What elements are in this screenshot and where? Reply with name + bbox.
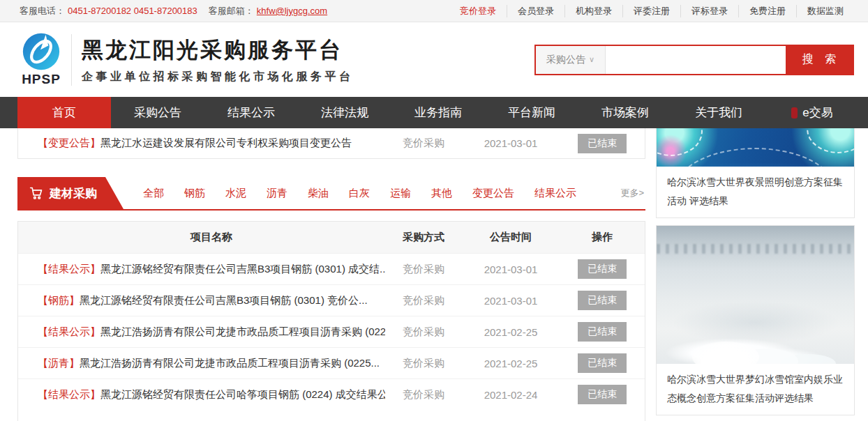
row-title-text: 黑龙江水运建设发展有限公司专利权采购项目变更公告: [100, 137, 352, 148]
row-date: 2021-03-01: [462, 137, 560, 149]
section-tab-other[interactable]: 其他: [431, 187, 452, 200]
row-tag: 【变更公告】: [38, 137, 100, 148]
row-tag: 【结果公示】: [38, 388, 100, 400]
row-tag: 【结果公示】: [38, 263, 100, 275]
content-area: 【变更公告】黑龙江水运建设发展有限公司专利权采购项目变更公告 竞价采购 2021…: [0, 128, 868, 421]
org-login-link[interactable]: 机构登录: [564, 5, 622, 17]
section-tab-all[interactable]: 全部: [143, 187, 164, 200]
light-arc-decoration: [675, 148, 835, 167]
section-tab-diesel[interactable]: 柴油: [308, 187, 329, 200]
eval-login-link[interactable]: 评标登录: [680, 5, 738, 17]
nav-label: 关于我们: [695, 105, 742, 121]
light-arc-decoration: [807, 128, 854, 153]
category-tab-building-materials[interactable]: 建材采购: [17, 177, 124, 209]
news-caption[interactable]: 哈尔滨冰雪大世界梦幻冰雪馆室内娱乐业态概念创意方案征集活动评选结果: [657, 364, 854, 415]
status-badge[interactable]: 已结束: [578, 291, 627, 310]
nav-item-laws[interactable]: 法律法规: [298, 97, 391, 128]
section-tab-rebar[interactable]: 钢筋: [184, 187, 205, 200]
nav-label: 业务指南: [414, 105, 462, 121]
row-method: 竞价采购: [385, 388, 462, 401]
news-card[interactable]: 哈尔滨冰雪大世界梦幻冰雪馆室内娱乐业态概念创意方案征集活动评选结果: [656, 225, 855, 415]
row-title[interactable]: 【结果公示】黑龙江源铭经贸有限责任公司吉黑B3项目钢筋 (0301) 成交结..…: [38, 263, 385, 276]
nav-label: 市场案例: [601, 105, 649, 121]
row-title[interactable]: 【结果公示】黑龙江源铭经贸有限责任公司哈筝项目钢筋 (0224) 成交结果公..…: [38, 388, 385, 401]
row-method: 竞价采购: [385, 137, 462, 150]
nav-label: 平台新闻: [508, 105, 555, 121]
phone-numbers: 0451-87200182 0451-87200183: [68, 6, 197, 16]
section-tab-transport[interactable]: 运输: [390, 187, 411, 200]
status-badge[interactable]: 已结束: [578, 259, 627, 279]
search-input[interactable]: [606, 46, 786, 74]
section-tab-results[interactable]: 结果公示: [534, 187, 576, 200]
status-badge[interactable]: 已结束: [578, 134, 627, 153]
col-header-op: 操作: [560, 231, 645, 244]
row-tag: 【结果公示】: [38, 326, 100, 337]
data-monitor-link[interactable]: 数据监测: [796, 5, 854, 17]
news-card[interactable]: 哈尔滨冰雪大世界夜景照明创意方案征集活动 评选结果: [656, 128, 855, 218]
nav-item-etrade[interactable]: e交易: [765, 97, 859, 128]
more-link[interactable]: 更多>: [620, 187, 645, 199]
row-date: 2021-03-01: [462, 263, 560, 275]
row-title[interactable]: 【钢筋】黑龙江源铭经贸有限责任公司吉黑B3项目钢筋 (0301) 竞价公...: [38, 294, 385, 307]
free-register-link[interactable]: 免费注册: [738, 5, 796, 17]
nav-label: 首页: [52, 105, 76, 121]
ice-world-aerial-image[interactable]: [657, 226, 854, 364]
logo-text: HPSP: [22, 72, 61, 87]
member-login-link[interactable]: 会员登录: [507, 5, 564, 17]
news-sidebar: 哈尔滨冰雪大世界夜景照明创意方案征集活动 评选结果 哈尔滨冰雪大世界梦幻冰雪馆室…: [656, 128, 855, 421]
nav-label: 结果公示: [227, 105, 275, 121]
search-category-select[interactable]: 采购公告 ∨: [536, 46, 606, 74]
divider: [71, 34, 72, 86]
topbar-links: 竞价登录 会员登录 机构登录 评委注册 评标登录 免费注册 数据监测: [449, 5, 854, 17]
email-label: 客服邮箱：: [209, 5, 254, 17]
main-column: 【变更公告】黑龙江水运建设发展有限公司专利权采购项目变更公告 竞价采购 2021…: [17, 128, 645, 421]
page-subtitle: 企事业单位招标采购智能化市场化服务平台: [82, 70, 354, 84]
section-tab-lime[interactable]: 白灰: [349, 187, 370, 200]
etrade-icon: [791, 107, 798, 118]
nav-item-cases[interactable]: 市场案例: [578, 97, 672, 128]
table-row[interactable]: 【结果公示】黑龙江源铭经贸有限责任公司吉黑B3项目钢筋 (0301) 成交结..…: [18, 253, 645, 284]
email-link[interactable]: khfw@ljygcg.com: [257, 6, 327, 16]
nav-item-about[interactable]: 关于我们: [672, 97, 765, 128]
table-row[interactable]: 【钢筋】黑龙江源铭经贸有限责任公司吉黑B3项目钢筋 (0301) 竞价公... …: [18, 284, 645, 316]
row-title-text: 黑龙江源铭经贸有限责任公司吉黑B3项目钢筋 (0301) 成交结...: [100, 263, 385, 275]
row-date: 2021-02-24: [462, 389, 560, 401]
row-title[interactable]: 【结果公示】黑龙江浩扬沥青有限公司龙捷市政品质工程项目沥青采购 (0225...: [38, 326, 385, 339]
ice-world-night-image[interactable]: [657, 128, 854, 167]
row-method: 竞价采购: [385, 294, 462, 307]
row-method: 竞价采购: [385, 357, 462, 370]
section-tabs: 全部 钢筋 水泥 沥青 柴油 白灰 运输 其他 变更公告 结果公示: [143, 187, 576, 200]
row-tag: 【钢筋】: [38, 294, 80, 306]
nav-item-results[interactable]: 结果公示: [204, 97, 298, 128]
nav-item-announcements[interactable]: 采购公告: [111, 97, 204, 128]
nav-item-guide[interactable]: 业务指南: [391, 97, 485, 128]
main-nav: 首页 采购公告 结果公示 法律法规 业务指南 平台新闻 市场案例 关于我们 e交…: [0, 97, 868, 128]
row-date: 2021-03-01: [462, 295, 560, 307]
status-badge[interactable]: 已结束: [578, 322, 627, 342]
status-badge[interactable]: 已结束: [578, 385, 627, 404]
nav-item-home[interactable]: 首页: [17, 97, 111, 128]
row-title-text: 黑龙江浩扬沥青有限公司龙捷市政品质工程项目沥青采购 (0225...: [100, 326, 385, 337]
news-caption[interactable]: 哈尔滨冰雪大世界夜景照明创意方案征集活动 评选结果: [657, 167, 854, 217]
row-title-text: 黑龙江源铭经贸有限责任公司哈筝项目钢筋 (0224) 成交结果公...: [100, 388, 385, 400]
row-title[interactable]: 【变更公告】黑龙江水运建设发展有限公司专利权采购项目变更公告: [38, 137, 385, 150]
topbar: 客服电话： 0451-87200182 0451-87200183 客服邮箱： …: [0, 0, 868, 22]
search-button[interactable]: 搜 索: [786, 46, 853, 74]
row-title[interactable]: 【沥青】黑龙江浩扬沥青有限公司龙捷市政品质工程项目沥青采购 (0225...: [38, 357, 385, 370]
table-row[interactable]: 【沥青】黑龙江浩扬沥青有限公司龙捷市政品质工程项目沥青采购 (0225... 竞…: [18, 347, 645, 378]
status-badge[interactable]: 已结束: [578, 353, 627, 373]
announcement-row[interactable]: 【变更公告】黑龙江水运建设发展有限公司专利权采购项目变更公告 竞价采购 2021…: [18, 128, 645, 158]
table-row[interactable]: 【结果公示】黑龙江源铭经贸有限责任公司哈筝项目钢筋 (0224) 成交结果公..…: [18, 378, 645, 410]
table-row[interactable]: 【结果公示】黑龙江浩扬沥青有限公司龙捷市政品质工程项目沥青采购 (0225...…: [18, 316, 645, 347]
section-header: 建材采购 全部 钢筋 水泥 沥青 柴油 白灰 运输 其他 变更公告 结果公示 更…: [17, 177, 645, 210]
site-logo[interactable]: HPSP: [18, 32, 64, 87]
judge-register-link[interactable]: 评委注册: [622, 5, 680, 17]
site-header: HPSP 黑龙江阳光采购服务平台 企事业单位招标采购智能化市场化服务平台 采购公…: [0, 22, 868, 97]
section-tab-cement[interactable]: 水泥: [225, 187, 246, 200]
section-tab-changes[interactable]: 变更公告: [472, 187, 514, 200]
bid-login-link[interactable]: 竞价登录: [449, 5, 507, 17]
row-title-text: 黑龙江源铭经贸有限责任公司吉黑B3项目钢筋 (0301) 竞价公...: [80, 294, 368, 306]
row-method: 竞价采购: [385, 326, 462, 339]
section-tab-asphalt[interactable]: 沥青: [267, 187, 287, 200]
nav-item-news[interactable]: 平台新闻: [485, 97, 578, 128]
